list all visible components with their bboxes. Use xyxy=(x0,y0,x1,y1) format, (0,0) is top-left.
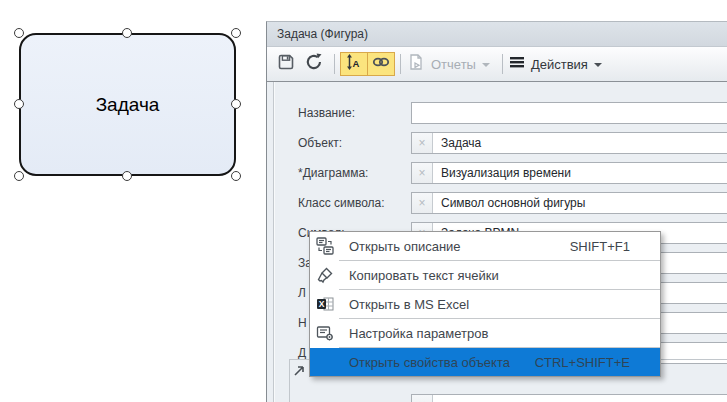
copy-cell-text-icon xyxy=(316,266,334,284)
diagram-field[interactable]: × Визуализация времени xyxy=(411,162,727,184)
report-document-icon xyxy=(407,53,425,75)
svg-text:X: X xyxy=(319,299,325,309)
task-shape[interactable]: Задача xyxy=(19,33,236,176)
context-menu: Открыть описание SHIFT+F1 Копировать тек… xyxy=(309,231,661,377)
field-label-diagram: *Диаграмма: xyxy=(298,166,368,180)
panel-divider xyxy=(274,82,275,402)
name-input[interactable] xyxy=(412,103,727,123)
hamburger-menu-icon xyxy=(509,55,525,73)
toolbar-separator xyxy=(334,54,335,74)
name-field[interactable] xyxy=(411,102,727,124)
autofit-text-toggle[interactable]: A xyxy=(340,52,368,76)
screen: Задача Задача (Фигура) xyxy=(0,0,727,402)
window-title: Задача (Фигура) xyxy=(277,27,368,41)
group-expander-icon[interactable] xyxy=(293,363,305,381)
resize-handle-ne[interactable] xyxy=(231,28,241,38)
actions-label: Действия xyxy=(531,57,588,72)
resize-handle-se[interactable] xyxy=(231,171,241,181)
object-value: Задача xyxy=(433,133,727,153)
group-box-border xyxy=(289,359,290,402)
save-button[interactable] xyxy=(273,50,299,78)
task-shape-label: Задача xyxy=(96,94,160,116)
window-titlebar: Задача (Фигура) xyxy=(267,22,727,47)
menu-item-open-in-ms-excel[interactable]: X Открыть в MS Excel xyxy=(310,290,660,318)
field-label-clipped: Л xyxy=(298,286,306,300)
menu-item-copy-cell-text[interactable]: Копировать текст ячейки xyxy=(310,261,660,289)
menu-item-icon-placeholder xyxy=(316,353,334,371)
clear-icon[interactable]: × xyxy=(412,395,433,402)
menu-item-open-object-properties[interactable]: Открыть свойства объекта CTRL+SHIFT+E xyxy=(310,348,660,376)
field-label-clipped: Н xyxy=(298,316,307,330)
save-icon xyxy=(276,52,296,76)
clear-icon[interactable]: × xyxy=(412,133,433,153)
actions-button[interactable]: Действия xyxy=(508,50,607,78)
field-label-object: Объект: xyxy=(298,136,342,150)
diagram-shape-task[interactable]: Задача xyxy=(19,33,236,176)
svg-text:A: A xyxy=(353,58,360,69)
field-label-name: Название: xyxy=(298,106,355,120)
menu-item-label: Открыть в MS Excel xyxy=(349,297,630,312)
reports-label: Отчеты xyxy=(431,57,476,72)
open-description-icon xyxy=(316,237,334,255)
resize-handle-w[interactable] xyxy=(14,99,24,109)
symbol-class-field[interactable]: × Символ основной фигуры xyxy=(411,192,727,214)
clear-icon[interactable]: × xyxy=(412,193,433,213)
refresh-button[interactable] xyxy=(301,50,327,78)
refresh-icon xyxy=(304,52,324,76)
field-label-symbol-class: Класс символа: xyxy=(298,196,385,210)
resize-handle-nw[interactable] xyxy=(14,28,24,38)
toolbar-separator xyxy=(502,54,503,74)
reports-button[interactable]: Отчеты xyxy=(406,50,495,78)
ms-excel-icon: X xyxy=(316,295,334,313)
field-label-clipped: Д xyxy=(298,346,306,360)
parameters-settings-icon xyxy=(316,324,334,342)
menu-item-shortcut: SHIFT+F1 xyxy=(570,239,660,254)
menu-item-shortcut: CTRL+SHIFT+E xyxy=(535,355,660,370)
chain-link-icon xyxy=(371,54,391,74)
resize-handle-n[interactable] xyxy=(122,28,132,38)
resize-handle-sw[interactable] xyxy=(14,171,24,181)
object-field[interactable]: × Задача xyxy=(411,132,727,154)
actions-dropdown-icon xyxy=(594,63,602,67)
toolbar: A Отчеты Действия xyxy=(267,47,727,82)
menu-item-parameters-settings[interactable]: Настройка параметров xyxy=(310,319,660,347)
menu-item-label: Настройка параметров xyxy=(349,326,630,341)
autofit-text-icon: A xyxy=(345,53,363,75)
clear-icon[interactable]: × xyxy=(412,163,433,183)
hidden-field[interactable]: × xyxy=(411,394,727,402)
diagram-value: Визуализация времени xyxy=(433,163,727,183)
resize-handle-e[interactable] xyxy=(231,99,241,109)
symbol-class-value: Символ основной фигуры xyxy=(433,193,727,213)
menu-item-label: Открыть свойства объекта xyxy=(349,355,535,370)
toolbar-separator xyxy=(400,54,401,74)
menu-item-label: Открыть описание xyxy=(349,239,570,254)
hidden-field-value xyxy=(433,395,727,402)
link-toggle[interactable] xyxy=(368,52,395,76)
menu-item-open-description[interactable]: Открыть описание SHIFT+F1 xyxy=(310,232,660,260)
menu-item-label: Копировать текст ячейки xyxy=(349,268,630,283)
reports-dropdown-icon xyxy=(482,63,490,67)
resize-handle-s[interactable] xyxy=(122,171,132,181)
